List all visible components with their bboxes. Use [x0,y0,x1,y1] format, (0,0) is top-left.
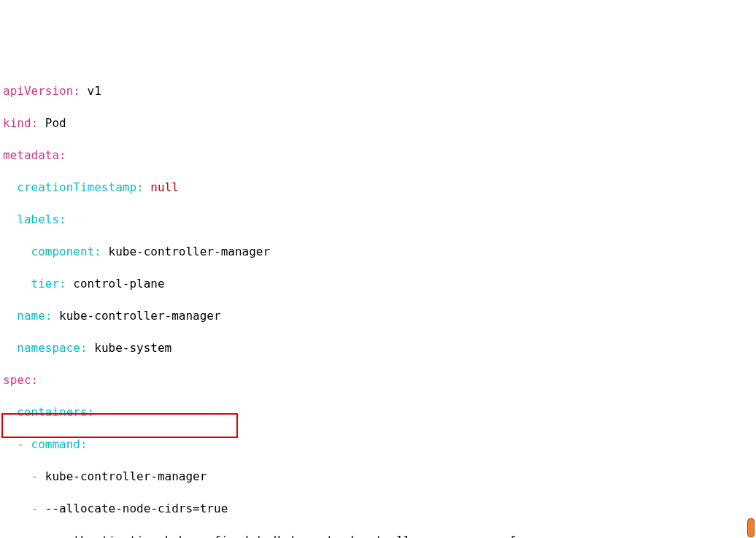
scrollbar-thumb[interactable] [747,518,755,537]
yaml-line: - kube-controller-manager [3,469,753,485]
yaml-line: labels: [3,212,753,228]
yaml-line: component: kube-controller-manager [3,244,753,260]
yaml-line: kind: Pod [3,115,753,131]
yaml-line: - --allocate-node-cidrs=true [3,501,753,517]
yaml-line: apiVersion: v1 [3,83,753,99]
yaml-line: - --authentication-kubeconfig=/etc/kuber… [3,533,753,538]
yaml-line: metadata: [3,147,753,164]
yaml-line: creationTimestamp: null [3,180,753,196]
yaml-line: - command: [3,437,753,453]
yaml-line: containers: [3,404,753,420]
yaml-line: spec: [3,372,753,388]
yaml-line: namespace: kube-system [3,340,753,356]
yaml-line: tier: control-plane [3,276,753,292]
editor-content[interactable]: apiVersion: v1 kind: Pod metadata: creat… [3,67,753,538]
yaml-line: name: kube-controller-manager [3,308,753,324]
